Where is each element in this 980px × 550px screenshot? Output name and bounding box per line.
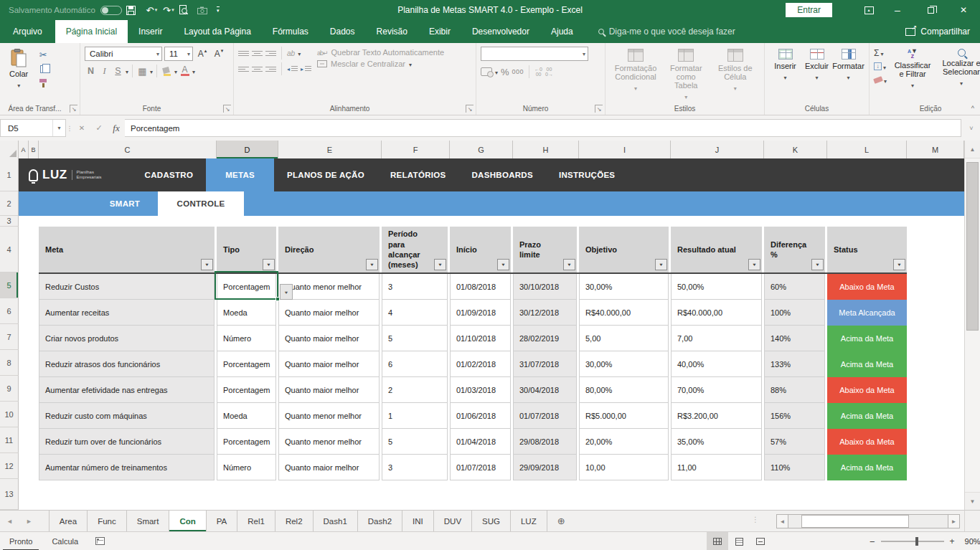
horizontal-scroll-track[interactable] [788, 514, 948, 528]
column-header[interactable]: E [278, 141, 382, 158]
row-header[interactable]: 6 [0, 298, 19, 324]
decrease-font-button[interactable]: A▾ [212, 47, 226, 60]
insert-function-icon[interactable] [108, 119, 125, 137]
cell-prazo[interactable]: 30/12/2018 [513, 300, 577, 326]
find-select-button[interactable]: Localizar e Selecionar [937, 47, 980, 91]
borders-button[interactable] [136, 65, 149, 77]
column-header[interactable]: G [450, 141, 513, 158]
cell-tipo[interactable]: Porcentagem [217, 274, 276, 300]
align-right-icon[interactable] [265, 65, 276, 73]
scrollbar-grip[interactable] [752, 516, 759, 523]
normal-view-button[interactable] [707, 532, 728, 550]
cell-objetivo[interactable]: R$5.000,00 [579, 403, 669, 429]
name-box[interactable]: D5 [0, 119, 66, 137]
cell-periodo[interactable]: 5 [382, 429, 448, 455]
cell-prazo[interactable]: 01/07/2018 [513, 403, 577, 429]
copy-button[interactable] [36, 63, 50, 75]
nav-menu-item[interactable]: RELATÓRIOS [377, 158, 459, 191]
underline-button[interactable]: S [112, 65, 124, 77]
cell-diferenca[interactable]: 57% [764, 429, 825, 455]
decrease-decimal-icon[interactable]: 00 0→ [545, 67, 553, 77]
minimize-button[interactable] [881, 0, 914, 20]
cell-meta[interactable]: Aumentar efetividade nas entregas [39, 377, 215, 403]
formula-input[interactable] [125, 119, 961, 137]
sheet-tab[interactable]: DUV [434, 511, 472, 531]
nav-menu-item[interactable]: PLANOS DE AÇÃO [274, 158, 377, 191]
cell-meta[interactable]: Reduzir atrasos dos funcionários [39, 351, 215, 377]
cell-prazo[interactable]: 28/02/2019 [513, 326, 577, 351]
vertical-scroll-thumb[interactable] [966, 162, 979, 331]
cell-objetivo[interactable]: 5,00 [579, 326, 669, 351]
row-header[interactable]: 3 [0, 216, 19, 227]
cell-direcao[interactable]: Quanto maior melhor [278, 351, 380, 377]
filter-dropdown-icon[interactable] [263, 259, 275, 270]
cell-meta[interactable]: Reduzir custo com máquinas [39, 403, 215, 429]
comma-style-button[interactable]: 000 [512, 68, 524, 75]
name-box-dropdown-icon[interactable] [52, 120, 65, 136]
font-name-combo[interactable]: Calibri [85, 47, 162, 61]
filter-dropdown-icon[interactable] [655, 259, 667, 270]
cell-direcao[interactable]: Quanto maior melhor [278, 326, 380, 351]
cell-inicio[interactable]: 01/09/2018 [450, 300, 511, 326]
column-header[interactable]: M [907, 141, 964, 158]
cell-periodo[interactable]: 6 [382, 351, 448, 377]
column-header[interactable]: I [579, 141, 671, 158]
cell-inicio[interactable]: 01/07/2018 [450, 455, 511, 480]
fill-color-button[interactable] [161, 65, 173, 77]
font-color-button[interactable]: A [179, 65, 191, 77]
ribbon-tab[interactable]: Desenvolvedor [461, 20, 540, 43]
cell-status[interactable]: Acima da Meta [827, 326, 907, 351]
column-header[interactable]: H [513, 141, 579, 158]
orientation-dropdown-icon[interactable] [298, 49, 301, 57]
cell-diferenca[interactable]: 110% [764, 455, 825, 480]
orientation-button[interactable] [287, 49, 295, 57]
sheet-tab[interactable]: Area [49, 511, 88, 531]
align-left-icon[interactable] [238, 65, 249, 73]
horizontal-scrollbar[interactable] [776, 514, 960, 528]
cell-direcao[interactable]: Quanto menor melhor [278, 274, 380, 300]
cell-inicio[interactable]: 01/08/2018 [450, 274, 511, 300]
decrease-indent-icon[interactable] [287, 65, 298, 73]
cell-direcao[interactable]: Quanto maior melhor [278, 377, 380, 403]
nav-menu-item[interactable]: INSTRUÇÕES [546, 158, 628, 191]
bold-button[interactable]: N [85, 65, 97, 77]
ribbon-tab[interactable]: Revisão [366, 20, 418, 43]
next-sheet-icon[interactable] [19, 511, 39, 531]
zoom-level[interactable]: 90% [965, 537, 980, 546]
cell-tipo[interactable]: Porcentagem [217, 351, 276, 377]
cell-meta[interactable]: Reduzir Custos [39, 274, 215, 300]
cell-resultado[interactable]: 7,00 [671, 326, 762, 351]
filter-dropdown-icon[interactable] [563, 259, 575, 270]
sheet-tab[interactable]: LUZ [511, 511, 547, 531]
row-header[interactable]: 2 [0, 191, 19, 216]
share-button[interactable]: Compartilhar [905, 20, 970, 43]
cell-objetivo[interactable]: 20,00% [579, 429, 669, 455]
ribbon-tab[interactable]: Layout da Página [173, 20, 261, 43]
filter-dropdown-icon[interactable] [811, 259, 824, 270]
cell-objetivo[interactable]: 30,00% [579, 274, 669, 300]
font-color-dropdown-icon[interactable] [192, 67, 195, 75]
accounting-format-icon[interactable] [481, 67, 492, 76]
cell-inicio[interactable]: 01/10/2018 [450, 326, 511, 351]
row-header[interactable]: 11 [0, 427, 19, 453]
column-header[interactable]: D [217, 141, 278, 158]
filter-dropdown-icon[interactable] [201, 259, 213, 270]
quick-access-more-button[interactable] [212, 0, 225, 20]
cell-diferenca[interactable]: 88% [764, 377, 825, 403]
cell-meta[interactable]: Aumentar receitas [39, 300, 215, 326]
cell-meta[interactable]: Aumentar número de treinamentos [39, 455, 215, 480]
cell-resultado[interactable]: 40,00% [671, 351, 762, 377]
paste-button[interactable]: Colar [4, 47, 33, 91]
cell-tipo[interactable]: Número [217, 326, 276, 351]
cell-resultado[interactable]: 35,00% [671, 429, 762, 455]
table-header-cell[interactable]: Direção [278, 227, 380, 272]
filter-dropdown-icon[interactable] [893, 259, 905, 270]
zoom-slider[interactable] [881, 541, 944, 542]
cancel-entry-icon[interactable] [73, 119, 90, 137]
sub-tab[interactable]: CONTROLE [158, 191, 244, 216]
redo-dropdown-icon[interactable]: ▾ [171, 7, 174, 13]
cell-diferenca[interactable]: 133% [764, 351, 825, 377]
alignment-dialog-launcher-icon[interactable] [466, 105, 473, 113]
number-format-combo[interactable] [481, 47, 588, 61]
cell-inicio[interactable]: 01/02/2018 [450, 351, 511, 377]
